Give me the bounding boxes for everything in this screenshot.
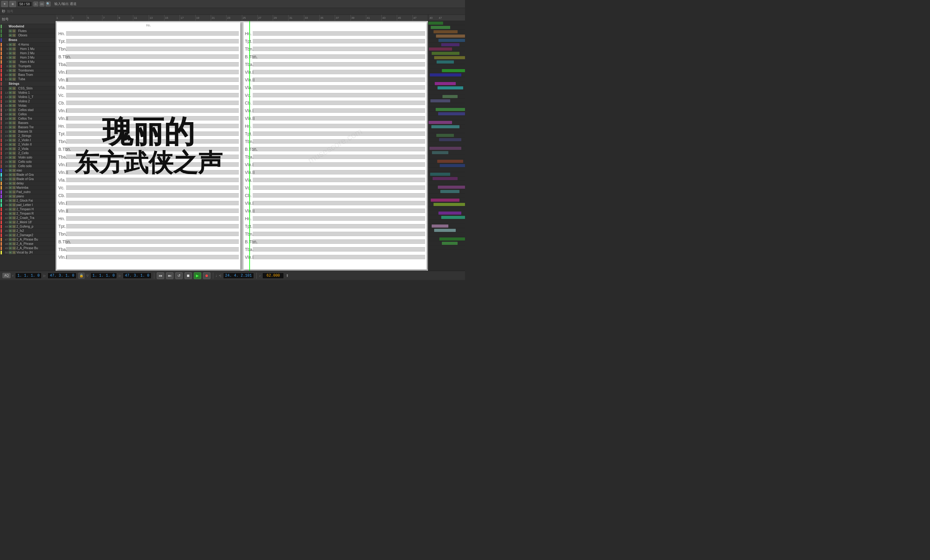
- solo-button[interactable]: s: [12, 190, 16, 194]
- skip-forward-button[interactable]: ⏭: [166, 272, 173, 279]
- mute-button[interactable]: m: [9, 143, 12, 146]
- solo-button[interactable]: s: [12, 95, 16, 99]
- stop-button[interactable]: ⏹: [185, 272, 192, 279]
- track-row[interactable]: 40ms2_Timpani H: [0, 207, 55, 212]
- track-row[interactable]: 44ms2_Gufeng_p: [0, 224, 55, 229]
- mute-button[interactable]: m: [9, 77, 12, 81]
- track-row[interactable]: 38ms2_Glock Fai: [0, 199, 55, 203]
- track-row[interactable]: 41ms2_Timpani R: [0, 212, 55, 216]
- solo-button[interactable]: s: [12, 186, 16, 189]
- solo-button[interactable]: s: [12, 104, 16, 107]
- track-row[interactable]: 42ms2_Crash_Tra: [0, 216, 55, 220]
- solo-button[interactable]: s: [12, 229, 16, 233]
- solo-button[interactable]: s: [12, 60, 16, 63]
- track-row[interactable]: Woodwind: [0, 24, 55, 29]
- list-button[interactable]: ≡: [9, 1, 16, 7]
- track-row[interactable]: Brass: [0, 38, 55, 43]
- solo-button[interactable]: s: [12, 100, 16, 103]
- solo-button[interactable]: s: [12, 112, 16, 116]
- lock-icon[interactable]: 🔒: [79, 273, 85, 279]
- track-row[interactable]: 23ms2_Strings: [0, 134, 55, 138]
- track-row[interactable]: 7msHorn 4 Mu: [0, 60, 55, 64]
- mute-button[interactable]: m: [9, 60, 12, 63]
- mute-button[interactable]: m: [9, 73, 12, 77]
- solo-button[interactable]: s: [12, 164, 16, 168]
- track-row[interactable]: 6msHorn 3 Mu: [0, 55, 55, 60]
- solo-button[interactable]: s: [12, 147, 16, 150]
- solo-button[interactable]: s: [12, 246, 16, 250]
- mute-button[interactable]: m: [9, 152, 12, 155]
- mute-button[interactable]: m: [9, 126, 12, 129]
- track-row[interactable]: 11msTuba: [0, 77, 55, 81]
- track-row[interactable]: 34msdelay: [0, 181, 55, 186]
- track-row[interactable]: 25ms2_Violin II: [0, 143, 55, 147]
- mute-button[interactable]: m: [9, 34, 12, 37]
- track-row[interactable]: 15msViolins 2: [0, 99, 55, 104]
- mute-button[interactable]: m: [9, 95, 12, 99]
- track-row[interactable]: 13msViolins 1: [0, 91, 55, 95]
- mute-button[interactable]: m: [9, 242, 12, 245]
- solo-button[interactable]: s: [12, 233, 16, 237]
- mute-button[interactable]: m: [9, 229, 12, 233]
- solo-button[interactable]: s: [12, 195, 16, 198]
- track-row[interactable]: 50msVocal by JH: [0, 250, 55, 255]
- loop-button[interactable]: ↺: [175, 272, 183, 279]
- solo-button[interactable]: s: [12, 238, 16, 241]
- solo-button[interactable]: s: [12, 143, 16, 146]
- solo-button[interactable]: s: [12, 156, 16, 159]
- mute-button[interactable]: m: [9, 233, 12, 237]
- play-button[interactable]: ▶: [194, 272, 201, 279]
- solo-button[interactable]: s: [12, 91, 16, 94]
- solo-button[interactable]: s: [12, 173, 16, 176]
- solo-button[interactable]: s: [12, 117, 16, 120]
- solo-button[interactable]: s: [12, 225, 16, 228]
- mute-button[interactable]: m: [9, 203, 12, 207]
- track-row[interactable]: msFlutes: [0, 29, 55, 33]
- track-row[interactable]: 29msCello solo: [0, 160, 55, 164]
- solo-button[interactable]: s: [12, 87, 16, 90]
- solo-button[interactable]: s: [12, 160, 16, 163]
- solo-button[interactable]: s: [12, 134, 16, 138]
- solo-button[interactable]: s: [12, 130, 16, 133]
- solo-button[interactable]: s: [12, 182, 16, 185]
- track-row[interactable]: 27ms2_Cello: [0, 151, 55, 155]
- solo-button[interactable]: s: [12, 242, 16, 245]
- record-button[interactable]: ⏺: [203, 272, 211, 279]
- track-row[interactable]: 31msxiao: [0, 168, 55, 173]
- mute-button[interactable]: m: [9, 190, 12, 194]
- solo-button[interactable]: s: [12, 64, 16, 68]
- solo-button[interactable]: s: [12, 47, 16, 51]
- track-row[interactable]: Strings: [0, 81, 55, 86]
- mute-button[interactable]: m: [9, 64, 12, 68]
- mute-button[interactable]: m: [9, 87, 12, 90]
- track-row[interactable]: 5ms4 Horns: [0, 43, 55, 47]
- track-row[interactable]: 36msPad_outro: [0, 190, 55, 194]
- mute-button[interactable]: m: [9, 43, 12, 46]
- mute-button[interactable]: m: [9, 112, 12, 116]
- mute-button[interactable]: m: [9, 238, 12, 241]
- solo-button[interactable]: s: [12, 34, 16, 37]
- solo-button[interactable]: s: [12, 251, 16, 254]
- solo-button[interactable]: s: [12, 207, 16, 211]
- mute-button[interactable]: m: [9, 69, 12, 72]
- track-row[interactable]: 20msBasses: [0, 121, 55, 125]
- mute-button[interactable]: m: [9, 195, 12, 198]
- track-row[interactable]: 21msBasses Tre: [0, 125, 55, 129]
- mute-button[interactable]: m: [9, 164, 12, 168]
- solo-button[interactable]: s: [12, 152, 16, 155]
- solo-button[interactable]: s: [12, 121, 16, 124]
- track-row[interactable]: 43ms2_Meinl 18': [0, 220, 55, 224]
- mute-button[interactable]: m: [9, 29, 12, 33]
- track-row[interactable]: msCSS_Strin: [0, 86, 55, 91]
- transport-mode-btn[interactable]: AQ: [3, 273, 11, 278]
- mute-button[interactable]: m: [9, 121, 12, 124]
- solo-button[interactable]: s: [12, 56, 16, 59]
- track-row[interactable]: 16msViolas: [0, 104, 55, 108]
- arrange-view[interactable]: Hn.Tpt.Tbn.B.Tbn.Tba.Vln.IVln.IIVla.Vc.C…: [55, 21, 428, 271]
- solo-button[interactable]: s: [12, 203, 16, 207]
- mute-button[interactable]: m: [9, 212, 12, 215]
- mute-button[interactable]: m: [9, 91, 12, 94]
- track-row[interactable]: 37mspiano: [0, 194, 55, 199]
- mute-button[interactable]: m: [9, 117, 12, 120]
- solo-button[interactable]: s: [12, 177, 16, 181]
